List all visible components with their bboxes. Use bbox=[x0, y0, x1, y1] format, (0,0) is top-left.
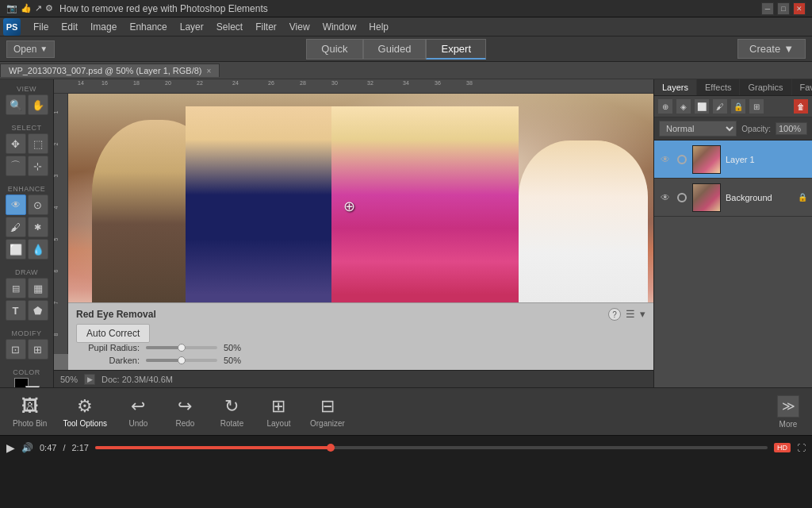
auto-correct-button[interactable]: Auto Correct bbox=[76, 324, 150, 343]
maximize-button[interactable]: □ bbox=[777, 2, 790, 15]
brush-tool[interactable]: 🖌 bbox=[6, 217, 26, 237]
menu-view[interactable]: View bbox=[283, 20, 316, 34]
move-tool[interactable]: ✥ bbox=[6, 133, 26, 154]
tool-options-button[interactable]: ⚙ Tool Options bbox=[56, 393, 113, 431]
file-tab[interactable]: WP_20130703_007.psd @ 50% (Layer 1, RGB/… bbox=[0, 64, 220, 77]
tab-close-button[interactable]: × bbox=[207, 67, 212, 75]
panel-controls: Auto Correct Pupil Radius: 50% Darken: bbox=[76, 324, 645, 365]
hand-tool[interactable]: ✋ bbox=[28, 94, 48, 115]
color-swatches[interactable] bbox=[14, 378, 40, 387]
rotate-icon: ↻ bbox=[224, 396, 239, 417]
menu-edit[interactable]: Edit bbox=[55, 20, 84, 34]
quick-mode-button[interactable]: Quick bbox=[306, 39, 362, 60]
blur-tool[interactable]: 💧 bbox=[28, 239, 48, 260]
progress-thumb[interactable] bbox=[327, 444, 335, 452]
menu-help[interactable]: Help bbox=[362, 20, 395, 34]
menu-image[interactable]: Image bbox=[84, 20, 123, 34]
photo-bin-icon: 🖼 bbox=[21, 396, 39, 417]
blending-mode-button[interactable]: ◈ bbox=[676, 98, 691, 114]
layout-button[interactable]: ⊞ Layout bbox=[257, 393, 301, 431]
layers-tabs: Layers Effects Graphics Favorites ≡ bbox=[654, 79, 812, 96]
undo-button[interactable]: ↩ Undo bbox=[117, 393, 160, 431]
canvas-statusbar: 50% ▶ Doc: 20.3M/40.6M bbox=[54, 370, 653, 387]
lasso-tool[interactable]: ⌒ bbox=[6, 156, 26, 176]
menu-filter[interactable]: Filter bbox=[249, 20, 283, 34]
type-tool[interactable]: T bbox=[6, 300, 26, 321]
link-layers-button[interactable]: ⊞ bbox=[749, 98, 764, 114]
blend-mode-select[interactable]: Normal Multiply Screen Overlay bbox=[659, 121, 737, 137]
progress-fill bbox=[95, 446, 331, 449]
clone-tool[interactable]: ✱ bbox=[28, 217, 48, 237]
layer-item-background[interactable]: 👁 Background 🔒 bbox=[654, 179, 812, 217]
child4-silhouette bbox=[519, 140, 647, 328]
draw-tools-row2: T ⬟ bbox=[2, 300, 52, 321]
redeye-tool[interactable]: 👁 bbox=[6, 194, 26, 215]
guided-mode-button[interactable]: Guided bbox=[363, 39, 427, 60]
layout-icon: ⊞ bbox=[271, 396, 285, 417]
window-controls[interactable]: ─ □ ✕ bbox=[761, 2, 806, 15]
shape-tool[interactable]: ⬟ bbox=[28, 300, 48, 321]
progress-bar[interactable] bbox=[95, 446, 768, 449]
close-button[interactable]: ✕ bbox=[793, 2, 806, 15]
layer-item-layer1[interactable]: 👁 Layer 1 bbox=[654, 140, 812, 179]
panel-collapse-icon[interactable]: ▾ bbox=[640, 308, 645, 321]
redo-label: Redo bbox=[176, 419, 195, 428]
lock-all-button[interactable]: 🔒 bbox=[730, 98, 746, 114]
background-color[interactable] bbox=[25, 386, 40, 387]
menu-window[interactable]: Window bbox=[316, 20, 363, 34]
eraser-tool[interactable]: ⬜ bbox=[6, 239, 26, 260]
redo-button[interactable]: ↪ Redo bbox=[163, 393, 207, 431]
file-tab-name: WP_20130703_007.psd @ 50% (Layer 1, RGB/… bbox=[9, 66, 202, 75]
lock-image-button[interactable]: 🖌 bbox=[712, 98, 728, 114]
title-bar-icons: 📷 👍 ↗ ⚙ bbox=[6, 3, 53, 13]
gradient-tool[interactable]: ▦ bbox=[28, 278, 48, 298]
lock-transparent-button[interactable]: ⬜ bbox=[694, 98, 710, 114]
fullscreen-icon[interactable]: ⛶ bbox=[797, 443, 806, 452]
pupil-radius-fill bbox=[146, 346, 182, 349]
spot-heal-tool[interactable]: ⊙ bbox=[28, 194, 48, 215]
marquee-tool[interactable]: ⬚ bbox=[28, 133, 48, 154]
darken-thumb[interactable] bbox=[178, 356, 186, 364]
menu-file[interactable]: File bbox=[27, 20, 55, 34]
menu-select[interactable]: Select bbox=[210, 20, 249, 34]
create-button[interactable]: Create ▼ bbox=[737, 39, 806, 59]
background-visibility-toggle[interactable]: 👁 bbox=[659, 191, 672, 204]
video-bar: ▶ 🔊 0:47 / 2:17 HD ⛶ bbox=[0, 435, 812, 459]
layer1-visibility-toggle[interactable]: 👁 bbox=[659, 153, 672, 166]
magic-wand-tool[interactable]: ⊹ bbox=[28, 156, 48, 176]
organizer-icon: ⊟ bbox=[320, 396, 335, 417]
new-adjustment-button[interactable]: ⊕ bbox=[657, 98, 673, 114]
rotate-button[interactable]: ↻ Rotate bbox=[210, 393, 254, 431]
photo-bin-button[interactable]: 🖼 Photo Bin bbox=[6, 393, 53, 431]
pupil-radius-slider-row: Pupil Radius: 50% bbox=[76, 343, 645, 352]
play-button[interactable]: ▶ bbox=[6, 441, 15, 454]
tab-effects[interactable]: Effects bbox=[697, 79, 740, 95]
menu-layer[interactable]: Layer bbox=[174, 20, 210, 34]
tab-layers[interactable]: Layers bbox=[654, 79, 697, 95]
zoom-tool[interactable]: 🔍 bbox=[6, 94, 26, 115]
recompose-tool[interactable]: ⊞ bbox=[28, 339, 48, 360]
menu-enhance[interactable]: Enhance bbox=[123, 20, 173, 34]
crop-tool[interactable]: ⊡ bbox=[6, 339, 26, 360]
expert-mode-button[interactable]: Expert bbox=[426, 39, 486, 60]
organizer-button[interactable]: ⊟ Organizer bbox=[304, 393, 351, 431]
panel-menu-icon[interactable]: ☰ bbox=[626, 308, 635, 321]
paint-bucket-tool[interactable]: ▤ bbox=[6, 278, 26, 298]
enhance-tools-row2: 🖌 ✱ bbox=[2, 217, 52, 237]
volume-button[interactable]: 🔊 bbox=[21, 442, 33, 453]
tab-favorites[interactable]: Favorites bbox=[792, 79, 813, 95]
open-button[interactable]: Open ▼ bbox=[6, 40, 55, 58]
tab-graphics[interactable]: Graphics bbox=[740, 79, 791, 95]
darken-track[interactable] bbox=[146, 359, 217, 362]
opacity-input[interactable] bbox=[776, 122, 807, 135]
panel-title: Red Eye Removal bbox=[76, 309, 156, 320]
hd-badge: HD bbox=[774, 443, 791, 452]
scroll-forward-button[interactable]: ▶ bbox=[84, 374, 95, 385]
pupil-radius-thumb[interactable] bbox=[178, 344, 186, 352]
pupil-radius-track[interactable] bbox=[146, 346, 217, 349]
minimize-button[interactable]: ─ bbox=[761, 2, 774, 15]
delete-layer-button[interactable]: 🗑 bbox=[793, 98, 809, 114]
enhance-tools-row1: 👁 ⊙ bbox=[2, 194, 52, 215]
more-button[interactable]: ≫ More bbox=[771, 392, 806, 432]
panel-help-icon[interactable]: ? bbox=[608, 308, 621, 321]
